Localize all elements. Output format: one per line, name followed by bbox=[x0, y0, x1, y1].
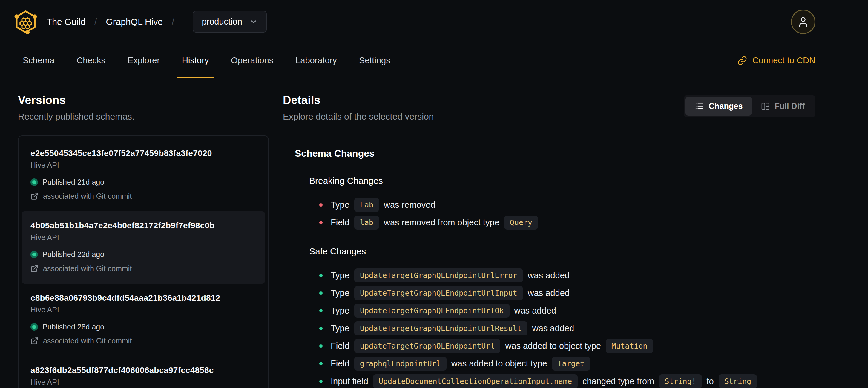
git-commit-link[interactable]: associated with Git commit bbox=[30, 264, 256, 273]
code-chip: UpdateDocumentCollectionOperationInput.n… bbox=[373, 374, 578, 388]
published-status-dot bbox=[30, 323, 38, 331]
nav-tabs: SchemaChecksExplorerHistoryOperationsLab… bbox=[14, 43, 404, 78]
code-chip: Mutation bbox=[606, 339, 653, 353]
user-icon bbox=[797, 16, 809, 28]
change-row: Input fieldUpdateDocumentCollectionOpera… bbox=[309, 374, 815, 388]
tab-settings[interactable]: Settings bbox=[350, 43, 399, 78]
columns-icon bbox=[761, 101, 770, 111]
change-text: was added bbox=[528, 271, 569, 280]
change-text: Type bbox=[331, 306, 349, 316]
top-header: The Guild / GraphQL Hive / production Sc… bbox=[0, 0, 868, 78]
published-label: Published 28d ago bbox=[42, 323, 104, 331]
safe-bullet-icon bbox=[319, 380, 322, 383]
view-button-label: Full Diff bbox=[775, 101, 805, 111]
schema-changes-groups: Breaking ChangesTypeLabwas removedFieldl… bbox=[283, 176, 815, 388]
breadcrumb: The Guild / GraphQL Hive / production bbox=[46, 11, 267, 33]
user-avatar-button[interactable] bbox=[791, 9, 815, 34]
target-selector-dropdown[interactable]: production bbox=[193, 11, 267, 33]
tab-history[interactable]: History bbox=[173, 43, 218, 78]
change-text: to bbox=[707, 376, 714, 386]
git-commit-link[interactable]: associated with Git commit bbox=[30, 336, 256, 345]
change-text: was added to object type bbox=[505, 341, 601, 351]
breaking-changes-list: TypeLabwas removedFieldlabwas removed fr… bbox=[309, 198, 815, 230]
change-row: TypeUpdateTargetGraphQLEndpointUrlInputw… bbox=[309, 286, 815, 300]
change-text: was added bbox=[528, 288, 569, 298]
change-row: TypeLabwas removed bbox=[309, 198, 815, 212]
view-toggle-group: ChangesFull Diff bbox=[684, 95, 815, 117]
git-commit-link[interactable]: associated with Git commit bbox=[30, 192, 256, 201]
versions-title: Versions bbox=[18, 94, 269, 107]
breaking-bullet-icon bbox=[319, 221, 322, 224]
change-text: was added bbox=[532, 323, 574, 333]
change-text: Type bbox=[331, 200, 349, 210]
code-chip: UpdateTargetGraphQLEndpointUrlResult bbox=[354, 321, 527, 335]
change-text: was removed from object type bbox=[384, 218, 499, 228]
tab-operations[interactable]: Operations bbox=[222, 43, 282, 78]
code-chip: graphqlEndpointUrl bbox=[354, 357, 446, 371]
change-row: TypeUpdateTargetGraphQLEndpointUrlOkwas … bbox=[309, 304, 815, 318]
code-chip: UpdateTargetGraphQLEndpointUrlError bbox=[354, 268, 523, 282]
published-status-dot bbox=[30, 251, 38, 258]
details-title: Details bbox=[283, 94, 434, 107]
tab-laboratory[interactable]: Laboratory bbox=[286, 43, 346, 78]
version-hash: c8b6e88a06793b9c4dfd54aaa21b36a1b421d812 bbox=[30, 293, 256, 303]
chevron-down-icon bbox=[249, 18, 258, 26]
change-row: FieldgraphqlEndpointUrlwas added to obje… bbox=[309, 357, 815, 371]
breaking-bullet-icon bbox=[319, 203, 322, 207]
safe-bullet-icon bbox=[319, 309, 322, 312]
safe-bullet-icon bbox=[319, 274, 322, 277]
safe-changes-list: TypeUpdateTargetGraphQLEndpointUrlErrorw… bbox=[309, 268, 815, 388]
external-link-icon bbox=[30, 265, 38, 273]
breadcrumb-org[interactable]: The Guild bbox=[46, 17, 86, 27]
version-hash: a823f6db2a55df877dcf406006abca97fcc4858c bbox=[30, 365, 256, 375]
change-text: Type bbox=[331, 271, 349, 280]
tab-schema[interactable]: Schema bbox=[14, 43, 63, 78]
code-chip: lab bbox=[354, 215, 379, 230]
version-hash: e2e55045345ce13fe07f52a77459b83fa3fe7020 bbox=[30, 149, 256, 158]
code-chip: Query bbox=[504, 215, 538, 230]
version-item[interactable]: c8b6e88a06793b9c4dfd54aaa21b36a1b421d812… bbox=[22, 284, 265, 356]
git-commit-label: associated with Git commit bbox=[43, 264, 132, 273]
tab-checks[interactable]: Checks bbox=[67, 43, 115, 78]
change-row: Fieldlabwas removed from object typeQuer… bbox=[309, 215, 815, 230]
change-text: Type bbox=[331, 323, 349, 333]
changes-view-button[interactable]: Changes bbox=[685, 97, 751, 116]
tab-explorer[interactable]: Explorer bbox=[119, 43, 169, 78]
list-icon bbox=[694, 101, 704, 111]
target-selector-value: production bbox=[202, 17, 242, 27]
change-text: Field bbox=[331, 359, 349, 368]
code-chip: UpdateTargetGraphQLEndpointUrlOk bbox=[354, 304, 509, 318]
details-header-text: Details Explore details of the selected … bbox=[283, 78, 434, 122]
view-button-label: Changes bbox=[709, 101, 743, 111]
safe-bullet-icon bbox=[319, 327, 322, 330]
versions-panel: Versions Recently published schemas. e2e… bbox=[18, 78, 269, 388]
safe-changes-title: Safe Changes bbox=[309, 246, 815, 257]
breaking-changes-title: Breaking Changes bbox=[309, 176, 815, 186]
details-subtitle: Explore details of the selected version bbox=[283, 112, 434, 122]
code-chip: UpdateTargetGraphQLEndpointUrlInput bbox=[354, 286, 523, 300]
connect-to-cdn-label: Connect to CDN bbox=[752, 56, 815, 65]
version-service: Hive API bbox=[30, 378, 256, 387]
change-text: changed type from bbox=[583, 376, 654, 386]
breadcrumb-project[interactable]: GraphQL Hive bbox=[106, 17, 163, 27]
brand-row: The Guild / GraphQL Hive / production bbox=[0, 0, 868, 43]
version-item[interactable]: 4b05ab51b1b4a7e2e4b0ef82172f2b9f7ef98c0b… bbox=[22, 211, 265, 284]
full-diff-view-button[interactable]: Full Diff bbox=[752, 97, 814, 116]
code-chip: updateTargetGraphQLEndpointUrl bbox=[354, 339, 501, 353]
external-link-icon bbox=[30, 192, 38, 200]
version-list: e2e55045345ce13fe07f52a77459b83fa3fe7020… bbox=[18, 136, 269, 388]
details-panel: Details Explore details of the selected … bbox=[269, 78, 815, 388]
change-row: TypeUpdateTargetGraphQLEndpointUrlResult… bbox=[309, 321, 815, 335]
published-label: Published 21d ago bbox=[42, 178, 104, 186]
external-link-icon bbox=[30, 337, 38, 345]
versions-subtitle: Recently published schemas. bbox=[18, 112, 269, 122]
version-item[interactable]: e2e55045345ce13fe07f52a77459b83fa3fe7020… bbox=[22, 139, 265, 211]
breadcrumb-separator: / bbox=[94, 17, 97, 27]
version-item[interactable]: a823f6db2a55df877dcf406006abca97fcc4858c… bbox=[22, 356, 265, 388]
change-text: Type bbox=[331, 288, 349, 298]
change-text: was added to object type bbox=[451, 359, 547, 368]
link-icon bbox=[738, 56, 747, 65]
connect-to-cdn-link[interactable]: Connect to CDN bbox=[738, 43, 815, 78]
tab-bar: SchemaChecksExplorerHistoryOperationsLab… bbox=[0, 43, 868, 78]
breaking-changes-group: Breaking ChangesTypeLabwas removedFieldl… bbox=[309, 176, 815, 230]
